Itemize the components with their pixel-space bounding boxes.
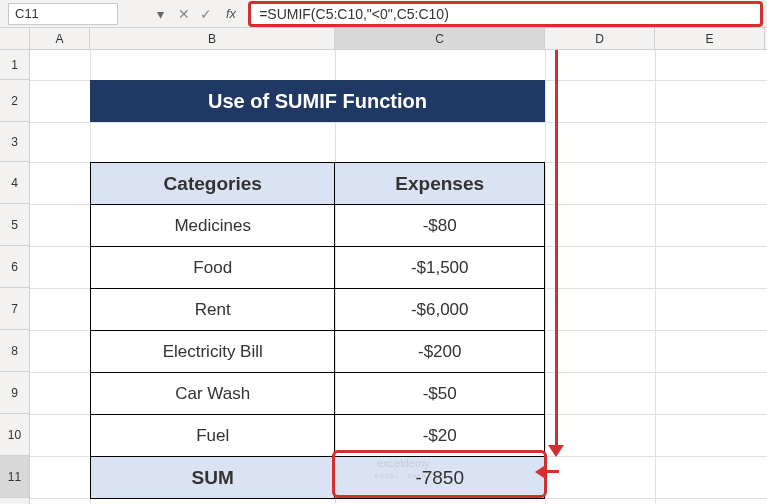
col-header-C[interactable]: C [335, 28, 545, 49]
cell-expense[interactable]: -$1,500 [335, 247, 545, 289]
cell-category[interactable]: Food [91, 247, 335, 289]
row-header-8[interactable]: 8 [0, 330, 29, 372]
cell-expense[interactable]: -$80 [335, 205, 545, 247]
row-header-11[interactable]: 11 [0, 456, 29, 498]
col-header-D[interactable]: D [545, 28, 655, 49]
name-box[interactable]: C11 [8, 3, 118, 25]
sum-label: SUM [91, 457, 335, 499]
row-header-6[interactable]: 6 [0, 246, 29, 288]
fx-icon[interactable]: fx [218, 6, 244, 21]
annotation-arrow-line [555, 50, 558, 450]
row-header-1[interactable]: 1 [0, 50, 29, 80]
expense-table: Categories Expenses Medicines -$80 Food … [90, 162, 545, 499]
cell-category[interactable]: Rent [91, 289, 335, 331]
select-all-corner[interactable] [0, 28, 30, 49]
row-header-10[interactable]: 10 [0, 414, 29, 456]
title-band: Use of SUMIF Function [90, 80, 545, 122]
table-row[interactable]: Food -$1,500 [91, 247, 545, 289]
cancel-icon[interactable]: ✕ [178, 6, 190, 22]
annotation-arrow-line-h [547, 470, 559, 473]
cell-category[interactable]: Fuel [91, 415, 335, 457]
cell-category[interactable]: Car Wash [91, 373, 335, 415]
row-header-2[interactable]: 2 [0, 80, 29, 122]
cell-expense[interactable]: -$6,000 [335, 289, 545, 331]
cell-expense[interactable]: -$20 [335, 415, 545, 457]
formula-input[interactable]: =SUMIF(C5:C10,"<0",C5:C10) [248, 1, 763, 27]
table-row[interactable]: Medicines -$80 [91, 205, 545, 247]
spreadsheet-area: A B C D E 1 2 3 4 5 6 7 8 9 10 11 [0, 28, 767, 504]
col-header-A[interactable]: A [30, 28, 90, 49]
cell-category[interactable]: Electricity Bill [91, 331, 335, 373]
cell-expense[interactable]: -$50 [335, 373, 545, 415]
row-headers: 1 2 3 4 5 6 7 8 9 10 11 [0, 50, 30, 504]
sum-row[interactable]: SUM -7850 [91, 457, 545, 499]
cells-area[interactable]: Use of SUMIF Function Categories Expense… [30, 50, 767, 504]
col-header-E[interactable]: E [655, 28, 765, 49]
enter-icon[interactable]: ✓ [200, 6, 212, 22]
row-header-4[interactable]: 4 [0, 162, 29, 204]
header-categories: Categories [91, 163, 335, 205]
cell-expense[interactable]: -$200 [335, 331, 545, 373]
row-header-5[interactable]: 5 [0, 204, 29, 246]
header-expenses: Expenses [335, 163, 545, 205]
row-header-9[interactable]: 9 [0, 372, 29, 414]
cell-category[interactable]: Medicines [91, 205, 335, 247]
table-row[interactable]: Car Wash -$50 [91, 373, 545, 415]
row-header-3[interactable]: 3 [0, 122, 29, 162]
row-header-7[interactable]: 7 [0, 288, 29, 330]
table-row[interactable]: Rent -$6,000 [91, 289, 545, 331]
formula-bar-buttons: ✕ ✓ [172, 6, 218, 22]
col-header-B[interactable]: B [90, 28, 335, 49]
sum-value[interactable]: -7850 [335, 457, 545, 499]
formula-bar: C11 ▾ ✕ ✓ fx =SUMIF(C5:C10,"<0",C5:C10) [0, 0, 767, 28]
name-box-dropdown-icon[interactable]: ▾ [122, 6, 172, 22]
table-header-row: Categories Expenses [91, 163, 545, 205]
table-row[interactable]: Electricity Bill -$200 [91, 331, 545, 373]
column-headers: A B C D E [0, 28, 767, 50]
table-row[interactable]: Fuel -$20 [91, 415, 545, 457]
